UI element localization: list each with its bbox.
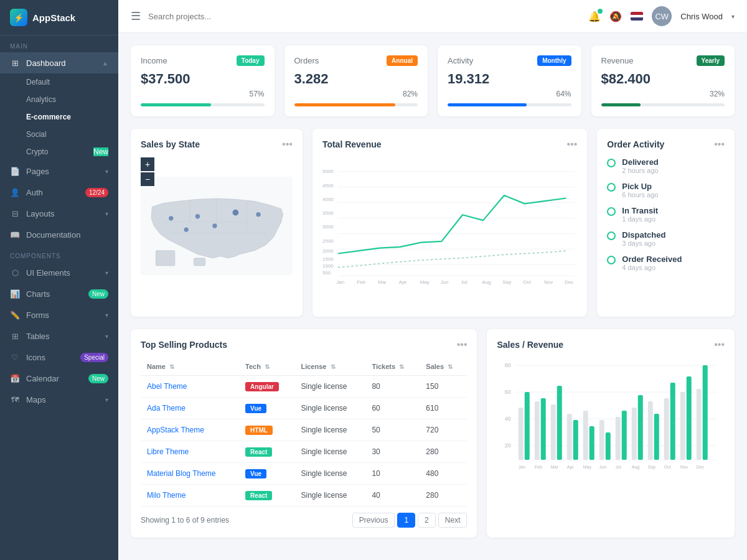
sales-revenue-title: Sales / Revenue [497, 340, 563, 350]
sub-item-crypto[interactable]: Crypto New [0, 143, 118, 161]
revenue-card: Revenue Yearly $82.400 32% [591, 45, 735, 116]
page-2-button[interactable]: 2 [418, 513, 436, 528]
box-icon: ⬡ [10, 268, 20, 278]
book-icon: 📖 [10, 230, 20, 240]
user-dropdown-icon[interactable]: ▾ [731, 13, 735, 20]
activity-title: Activity [448, 56, 473, 65]
sidebar-item-icons[interactable]: ♡ Icons Special [0, 347, 118, 368]
next-button[interactable]: Next [438, 513, 467, 528]
col-tech: Tech ⇅ [239, 358, 294, 376]
svg-text:Oct: Oct [664, 465, 671, 469]
mute-icon[interactable]: 🔕 [609, 11, 622, 22]
svg-text:Dec: Dec [565, 279, 573, 285]
product-license: Single license [294, 419, 365, 441]
top-selling-menu[interactable]: ••• [457, 339, 467, 350]
chevron-icon: ▲ [102, 60, 108, 67]
sidebar-item-pages[interactable]: 📄 Pages ▾ [0, 161, 118, 182]
user-icon: 👤 [10, 187, 20, 197]
bar-chart-icon: 📊 [10, 289, 20, 299]
sidebar-item-label: Pages [26, 167, 99, 176]
svg-text:Jan: Jan [336, 279, 344, 285]
order-activity-list: Delivered 2 hours ago Pick Up 6 hours ag… [607, 157, 725, 271]
product-tech: Vue [239, 398, 294, 419]
product-sales: 280 [420, 441, 467, 463]
sub-item-ecommerce[interactable]: E-commerce [0, 108, 118, 126]
product-name: Libre Theme [141, 441, 239, 463]
sidebar-item-auth[interactable]: 👤 Auth 12/24 [0, 182, 118, 203]
table-footer: Showing 1 to 6 of 9 entries Previous 1 2… [141, 506, 467, 528]
total-revenue-menu[interactable]: ••• [566, 139, 577, 150]
map-zoom-out[interactable]: − [141, 172, 154, 186]
income-card: Income Today $37.500 57% [131, 45, 275, 116]
total-revenue-title: Total Revenue [322, 139, 382, 149]
sidebar-item-tables[interactable]: ⊞ Tables ▾ [0, 325, 118, 347]
sidebar-item-label: Layouts [26, 209, 99, 218]
sidebar-item-charts[interactable]: 📊 Charts New [0, 283, 118, 304]
topbar-actions: 🔔 🔕 CW Chris Wood ▾ [588, 6, 735, 26]
product-tech: Angular [239, 376, 294, 398]
order-activity-menu[interactable]: ••• [714, 139, 725, 150]
sidebar-item-calendar[interactable]: 📅 Calendar New [0, 368, 118, 389]
sidebar-item-forms[interactable]: ✏️ Forms ▾ [0, 304, 118, 325]
search-input[interactable] [148, 12, 335, 21]
svg-rect-72 [670, 383, 675, 460]
svg-rect-61 [583, 411, 588, 460]
sidebar-item-layouts[interactable]: ⊟ Layouts ▾ [0, 203, 118, 224]
product-name: Material Blog Theme [141, 463, 239, 485]
product-tech: HTML [239, 419, 294, 441]
table-row: Milo Theme React Single license 40 280 [141, 485, 467, 506]
orders-card: Orders Annual 3.282 82% [284, 45, 428, 116]
product-sales: 150 [420, 376, 467, 398]
sidebar-item-dashboard[interactable]: ⊞ Dashboard ▲ [0, 52, 118, 73]
order-time: 2 hours ago [622, 167, 659, 174]
sub-item-default[interactable]: Default [0, 73, 118, 91]
product-name: Ada Theme [141, 398, 239, 419]
svg-text:Nov: Nov [544, 279, 553, 285]
sales-revenue-menu[interactable]: ••• [714, 339, 725, 350]
sidebar-item-documentation[interactable]: 📖 Documentation [0, 224, 118, 245]
sub-item-analytics[interactable]: Analytics [0, 91, 118, 108]
order-circle [607, 159, 616, 167]
product-tickets: 50 [365, 419, 420, 441]
section-main-label: Main [0, 35, 118, 52]
table-row: Abel Theme Angular Single license 80 150 [141, 376, 467, 398]
map-zoom-in[interactable]: + [141, 157, 154, 171]
notification-icon[interactable]: 🔔 [588, 11, 601, 22]
product-name: Milo Theme [141, 485, 239, 506]
user-name[interactable]: Chris Wood [680, 12, 723, 21]
svg-point-8 [184, 227, 189, 231]
svg-text:Sep: Sep [648, 465, 656, 470]
svg-rect-56 [541, 398, 546, 460]
table-row: Material Blog Theme Vue Single license 1… [141, 463, 467, 485]
svg-rect-70 [654, 414, 659, 460]
sales-by-state-menu[interactable]: ••• [282, 139, 293, 150]
page-1-button[interactable]: 1 [397, 513, 415, 528]
svg-rect-65 [616, 417, 621, 460]
orders-pct: 82% [403, 90, 418, 98]
menu-icon[interactable]: ☰ [131, 9, 141, 23]
auth-badge: 12/24 [85, 188, 108, 197]
map-container: + − [141, 157, 293, 294]
sidebar-item-maps[interactable]: 🗺 Maps ▾ [0, 389, 118, 410]
sales-revenue-card: Sales / Revenue ••• 80 60 40 20 [487, 329, 735, 538]
product-tech: React [239, 441, 294, 463]
prev-button[interactable]: Previous [352, 513, 395, 528]
sidebar-item-ui-elements[interactable]: ⬡ UI Elements ▾ [0, 262, 118, 283]
top-selling-card: Top Selling Products ••• Name ⇅ Tech ⇅ L… [131, 329, 477, 538]
orders-title: Orders [294, 56, 319, 65]
svg-text:4500: 4500 [322, 183, 334, 189]
avatar[interactable]: CW [652, 6, 672, 26]
flag-icon[interactable] [631, 12, 643, 21]
sidebar-item-label: Icons [26, 353, 74, 362]
sub-item-social[interactable]: Social [0, 126, 118, 143]
product-sales: 610 [420, 398, 467, 419]
svg-rect-57 [551, 404, 556, 460]
svg-rect-71 [664, 398, 669, 460]
product-sales: 480 [420, 463, 467, 485]
table-row: Ada Theme Vue Single license 60 610 [141, 398, 467, 419]
svg-rect-67 [632, 408, 637, 460]
svg-text:Aug: Aug [482, 279, 491, 285]
svg-rect-55 [535, 401, 540, 460]
order-item: Delivered 2 hours ago [607, 157, 725, 174]
svg-text:May: May [420, 279, 430, 285]
